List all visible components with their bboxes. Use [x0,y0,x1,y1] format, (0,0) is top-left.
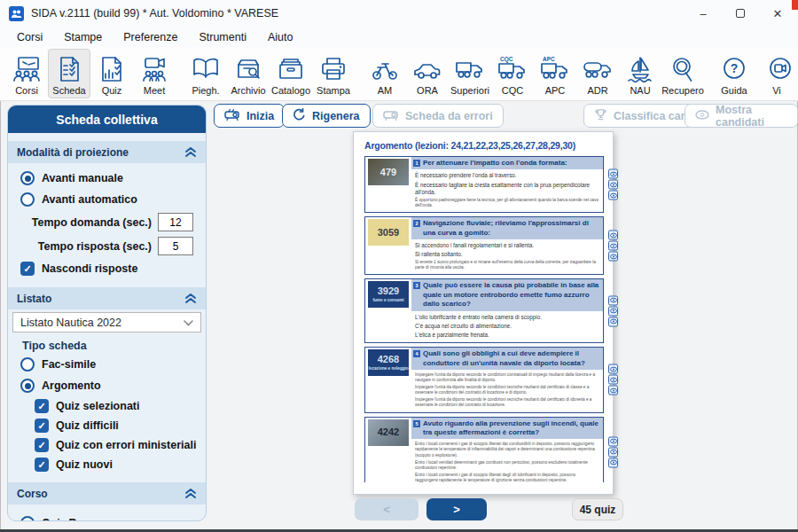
quiz-action-button[interactable] [608,295,618,305]
quiz-row: 3929 fumo e consumi 3 Quale può essere l… [364,278,604,343]
quiz-action-button[interactable] [608,252,618,262]
toolbar-item-ora[interactable]: ORA [406,49,449,98]
video-icon [761,54,793,84]
menu-item-preferenze[interactable]: Preferenze [113,28,187,46]
checkbox-label: Quiz difficili [56,419,119,432]
quiz-image-caption: locazione e noleggio [368,366,408,371]
next-page-button[interactable]: > [426,498,487,520]
quiz-action-button[interactable] [608,231,618,240]
quiz-number-badge: 3 [413,282,420,289]
sidebar-title: Scheda collettiva [8,106,206,133]
scheda-da-errori-button[interactable]: Scheda da errori [372,104,504,128]
menu-item-corsi[interactable]: Corsi [7,28,52,46]
nascondi-risposte-checkbox[interactable]: ✓ Nascondi risposte [8,258,206,279]
toolbar-label: Archivio [231,85,265,96]
quiz-image-number: 3059 [378,228,399,238]
section-header-proiezione[interactable]: Modalità di proiezione [8,141,206,163]
quiz-answer: Impiegare l'unità da diporto secondo le … [415,397,599,408]
quiz-action-button[interactable] [608,436,618,446]
listato-dropdown[interactable]: Listato Nautica 2022 [12,312,201,332]
tempo-domanda-label: Tempo domanda (sec.) [32,216,152,229]
quiz-answer: L'elica è parzialmente frenata. [415,332,599,339]
toolbar-item-guida[interactable]: ? Guida [713,49,755,98]
toolbar-item-cqc[interactable]: CQC CQC [491,49,534,98]
previous-page-button[interactable]: < [355,498,419,520]
quiz-question: Per attenuare l'impatto con l'onda forma… [423,159,567,168]
inizia-button[interactable]: Inizia [214,104,285,128]
quiz-action-button[interactable] [608,317,618,326]
window-title: SIDA v.2111 (build 99) * Aut. Voldomino … [31,7,278,20]
quiz-action-button[interactable] [608,364,618,374]
toolbar-label: CQC [502,85,523,96]
quiz-action-button[interactable] [608,241,618,251]
sidebar-scheda-collettiva: Scheda collettiva Modalità di proiezione… [7,105,207,521]
toolbar-item-apc[interactable]: APC APC [534,49,576,98]
section-header-listato[interactable]: Listato [8,287,206,309]
mostra-candidati-button[interactable]: Mostra candidati [685,104,798,128]
toolbar-item-quiz[interactable]: Quiz [90,49,133,98]
toolbar-item-recupero[interactable]: Recupero [661,49,704,98]
toolbar-item-am[interactable]: AM [364,49,406,98]
checkbox-quiz-difficili[interactable]: ✓ Quiz difficili [8,416,206,435]
toolbar-label: Catalogo [271,85,310,96]
menu-item-strumenti[interactable]: Strumenti [189,28,256,46]
toolbar-label: Guida [721,85,747,96]
catalogo-icon [275,54,307,84]
quiz-answer: Si rallenta soltanto. [415,251,599,258]
menu-item-aiuto[interactable]: Aiuto [258,28,303,46]
quiz-answer: Entro i locali contenenti i gas di scopp… [415,473,599,483]
quiz-action-button[interactable] [608,180,618,190]
quiz-action-button[interactable] [608,447,618,457]
close-button[interactable]: ✕ [759,0,796,27]
radio-avanti-manuale[interactable]: Avanti manuale [8,168,206,189]
toolbar-item-catalogo[interactable]: Catalogo [270,49,312,98]
quiz-action-button[interactable] [608,386,618,395]
checkbox-quiz-selezionati[interactable]: ✓ Quiz selezionati [8,396,206,416]
quiz-image-number: 4268 [378,355,399,364]
radio-avanti-automatico[interactable]: Avanti automatico [8,189,206,210]
radio-quiz-base[interactable]: Quiz Base [8,509,206,521]
tempo-risposta-input[interactable] [158,237,193,255]
menu-item-stampe[interactable]: Stampe [54,28,112,46]
quiz-action-button[interactable] [608,306,618,316]
quiz-thumbnail: 4242 [368,419,409,446]
quiz-action-button[interactable] [608,375,618,385]
radio-argomento[interactable]: Argomento [8,375,206,396]
rigenera-button[interactable]: Rigenera [282,104,371,128]
checkbox-icon: ✓ [35,438,49,452]
quiz-answer: Entro i locali contenenti i gas di scopp… [415,442,599,458]
toolbar-item-video[interactable]: Vi [755,49,798,98]
toolbar-item-archivio[interactable]: Archivio [227,49,270,98]
quiz-action-button[interactable] [608,520,618,529]
toolbar-item-superiori[interactable]: Superiori [449,49,491,98]
toolbar-item-adr[interactable]: ADR [576,49,619,98]
piegh-icon [190,54,222,84]
tempo-domanda-input[interactable] [158,213,193,231]
scheda-preview-page: Argomento (lezioni: 24,21,22,23,25,26,27… [353,131,614,495]
radio-icon [20,357,35,372]
toolbar-item-meet[interactable]: Meet [133,49,176,98]
tipo-scheda-label: Tipo scheda [8,334,206,354]
quiz-answer: Impiegare l'unità da diporto secondo le … [415,385,599,395]
toolbar-label: AM [378,85,393,96]
quiz-thumbnail: 3929 fumo e consumi [368,281,409,308]
quiz-action-button[interactable] [608,191,618,200]
toolbar-item-corsi[interactable]: Corsi [5,49,48,98]
radio-fac-simile[interactable]: Fac-simile [8,354,206,375]
maximize-button[interactable] [722,0,759,27]
window-controls: – ✕ [685,0,796,27]
checkbox-quiz-con-errori-ministeriali[interactable]: ✓ Quiz con errori ministeriali [8,435,206,455]
minimize-button[interactable]: – [685,0,722,27]
checkbox-quiz-nuovi[interactable]: ✓ Quiz nuovi [8,455,206,474]
quiz-action-button[interactable] [608,458,618,467]
quiz-action-button[interactable] [608,169,618,179]
toolbar-item-nau[interactable]: NAU [619,49,661,98]
toolbar-item-piegh[interactable]: Piegh. [184,49,227,98]
preview-title: Argomento (lezioni: 24,21,22,23,25,26,27… [364,140,604,151]
toolbar-item-stampa[interactable]: Stampa [312,49,355,98]
toolbar: Corsi Scheda Quiz Meet Piegh. Archivio C… [0,47,798,101]
toolbar-item-scheda[interactable]: Scheda [48,49,90,98]
section-header-corso[interactable]: Corso [8,482,206,505]
quiz-question: Quali sono gli obblighi a cui deve ademp… [423,349,599,368]
checkbox-icon: ✓ [20,262,35,276]
